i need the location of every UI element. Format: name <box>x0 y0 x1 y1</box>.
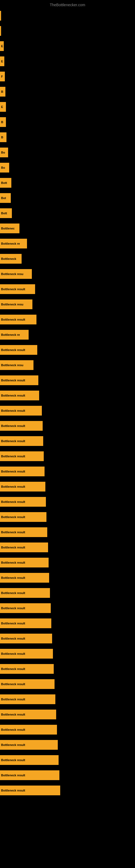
bar: Bot <box>0 193 11 203</box>
bar-label: E <box>1 44 3 48</box>
bar-row: F <box>0 69 135 84</box>
bar-row: Bottleneck result <box>0 677 135 692</box>
bar: Bottleneck result <box>0 452 44 461</box>
bar-row: Bottleneck result <box>0 737 135 752</box>
bar-row: Bo <box>0 160 135 175</box>
bar-row: Bottleneck result <box>0 464 135 479</box>
bar-label: Bottleneck result <box>1 455 25 458</box>
bar: Bottleneck resu <box>0 360 34 370</box>
bar: Bott <box>0 178 11 188</box>
bar: E <box>0 56 4 66</box>
bar-row: Bottleneck result <box>0 661 135 677</box>
bar: Bottleneck result <box>0 375 38 385</box>
bar-label: Bottleneck result <box>1 287 25 291</box>
bar-row: Bottleneck result <box>0 540 135 555</box>
bar-row: Bottleneck result <box>0 631 135 646</box>
bar-row: Bottleneck result <box>0 722 135 737</box>
bar: Bottleneck result <box>0 649 53 659</box>
bar-row: Bott <box>0 175 135 190</box>
bar-label: Bott <box>1 212 7 215</box>
bar-label: Bottlenec <box>1 227 14 230</box>
bar-label: Bo <box>1 151 5 154</box>
bar: Bottleneck result <box>0 558 49 567</box>
bar-row: Bottleneck result <box>0 768 135 783</box>
bar: Bottlenec <box>0 223 19 233</box>
bar: Bottleneck resu <box>0 269 32 279</box>
bar: Bottleneck re <box>0 239 27 248</box>
bar-label: Bottleneck result <box>1 743 25 746</box>
bar-row: Bottleneck result <box>0 403 135 418</box>
bar-label: Bo <box>1 166 5 169</box>
bar: Bottleneck result <box>0 527 47 537</box>
bar: Bottleneck result <box>0 436 43 446</box>
bar-row: B <box>0 84 135 99</box>
bar-row: Bottleneck result <box>0 312 135 327</box>
bar-row: Bottleneck result <box>0 479 135 494</box>
bar: B <box>0 117 6 127</box>
bar-label: B <box>1 120 3 124</box>
bar-row: Bottleneck result <box>0 373 135 388</box>
bar-label: Bottleneck result <box>1 470 25 473</box>
bar: Bottleneck result <box>0 785 60 795</box>
bar-label: F <box>1 75 3 78</box>
bar-label: Bottleneck result <box>1 622 25 625</box>
bar-label: Bottleneck re <box>1 242 20 245</box>
bar: Bottleneck result <box>0 284 35 294</box>
bar-row: Bottleneck result <box>0 616 135 631</box>
bar: F <box>0 72 5 82</box>
bar-row: Bottleneck result <box>0 448 135 464</box>
bar-row <box>0 23 135 38</box>
bar-row: Bottleneck resu <box>0 358 135 373</box>
bar: Bottleneck result <box>0 618 51 628</box>
bar-row: Bottleneck result <box>0 783 135 798</box>
bar-row: Bottleneck <box>0 251 135 267</box>
bar: Bottleneck result <box>0 482 45 492</box>
bar: Bottleneck result <box>0 315 37 324</box>
bar-row: Bottleneck result <box>0 600 135 616</box>
bar-label: Bottleneck result <box>1 424 25 428</box>
bar-label: Bottleneck result <box>1 758 25 762</box>
bar: Bottleneck result <box>0 770 59 780</box>
bar: E <box>0 102 6 112</box>
bar: Bottleneck result <box>0 755 58 765</box>
bar-row: Bott <box>0 206 135 221</box>
bar-label: Bottleneck resu <box>1 272 24 276</box>
bar-row: E <box>0 99 135 115</box>
bar-row: B <box>0 115 135 130</box>
bar: B <box>0 132 6 142</box>
bar: Bottleneck result <box>0 421 43 431</box>
bar-label: Bottleneck re <box>1 333 20 336</box>
bar: Bottleneck result <box>0 725 57 735</box>
bar: Bo <box>0 148 8 157</box>
bar-label: Bottleneck result <box>1 637 25 640</box>
bar: Bottleneck result <box>0 467 45 476</box>
bar-row: Bottleneck result <box>0 570 135 585</box>
bar-label: Bottleneck result <box>1 561 25 564</box>
bar-row: Bottleneck result <box>0 555 135 570</box>
bar: Bottleneck resu <box>0 300 32 309</box>
bar-row: E <box>0 38 135 54</box>
bar-row: Bottleneck result <box>0 282 135 297</box>
bar: Bo <box>0 163 9 173</box>
bar-label: Bottleneck result <box>1 546 25 549</box>
bar-label: E <box>1 60 3 63</box>
bar-label: Bottleneck resu <box>1 303 24 306</box>
bar-row: B <box>0 130 135 145</box>
bar-label: E <box>1 105 3 108</box>
bar-row: Bottleneck re <box>0 327 135 342</box>
bar: Bottleneck result <box>0 497 46 507</box>
bar: Bottleneck result <box>0 603 51 613</box>
bar: Bottleneck result <box>0 391 39 400</box>
bar: Bottleneck result <box>0 588 50 598</box>
bar: Bottleneck result <box>0 633 52 643</box>
bar-row: Bottleneck result <box>0 585 135 600</box>
bar: Bottleneck result <box>0 512 46 522</box>
bar-row: Bottleneck result <box>0 752 135 768</box>
bar-label: Bottleneck result <box>1 667 25 671</box>
bar-label: Bottleneck result <box>1 500 25 503</box>
bar-label: Bottleneck result <box>1 682 25 686</box>
bar-row: Bottleneck result <box>0 418 135 433</box>
bar-label: Bottleneck resu <box>1 364 24 367</box>
bar-row: Bo <box>0 145 135 160</box>
bar: Bottleneck result <box>0 740 58 750</box>
